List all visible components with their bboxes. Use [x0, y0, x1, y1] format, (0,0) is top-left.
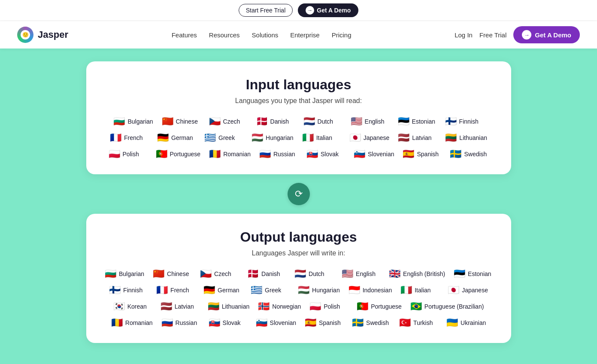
language-item: 🇷🇺Russian [161, 318, 200, 328]
language-name: Lithuanian [459, 134, 487, 141]
language-item: 🇨🇿Czech [209, 117, 248, 126]
flag-icon: 🇩🇪 [157, 133, 169, 143]
language-name: Latvian [175, 303, 194, 310]
language-item: 🇵🇱Polish [109, 149, 147, 159]
input-languages-grid: 🇧🇬Bulgarian🇨🇳Chinese🇨🇿Czech🇩🇰Danish🇳🇱Dut… [103, 117, 494, 159]
flag-icon: 🇨🇿 [200, 269, 212, 279]
flag-icon: 🇭🇺 [252, 133, 263, 143]
language-name: Swedish [464, 151, 487, 158]
flag-icon: 🇺🇸 [351, 117, 362, 126]
flag-icon: 🇸🇮 [256, 318, 267, 328]
language-item: 🇧🇷Portuguese (Brazilian) [410, 302, 484, 311]
nav-features[interactable]: Features [172, 31, 197, 39]
language-item: 🇮🇩Indonesian [349, 285, 392, 295]
language-name: Spanish [319, 319, 341, 326]
language-name: Slovak [321, 151, 339, 158]
flag-icon: 🇵🇹 [156, 149, 167, 159]
language-item: 🇫🇷French [156, 285, 195, 295]
nav-get-demo-button[interactable]: → Get A Demo [513, 26, 580, 43]
output-subtitle: Languages Jasper will write in: [103, 249, 494, 257]
flag-icon: 🇸🇰 [209, 318, 220, 328]
language-name: Estonian [412, 118, 435, 125]
navbar: 🙂 Jasper Features Resources Solutions En… [0, 21, 597, 49]
flag-icon: 🇮🇹 [400, 285, 412, 295]
promo-get-demo[interactable]: → Get A Demo [298, 3, 358, 17]
flag-icon: 🇧🇷 [410, 302, 422, 311]
language-item: 🇱🇻Latvian [161, 302, 199, 311]
language-item: 🇸🇪Swedish [352, 318, 391, 328]
language-item: 🇩🇰Danish [247, 269, 286, 279]
language-name: Russian [273, 151, 295, 158]
language-name: Polish [324, 303, 340, 310]
language-name: Swedish [366, 319, 389, 326]
language-item: 🇧🇬Bulgarian [105, 269, 144, 279]
nav-solutions[interactable]: Solutions [252, 31, 279, 39]
language-item: 🇨🇳Chinese [162, 117, 200, 126]
language-item: 🇳🇱Dutch [303, 117, 342, 126]
language-item: 🇧🇬Bulgarian [113, 117, 153, 126]
swap-button[interactable]: ⟳ [288, 183, 310, 205]
flag-icon: 🇳🇱 [303, 117, 315, 126]
language-name: French [124, 134, 143, 141]
language-item: 🇩🇰Danish [256, 117, 295, 126]
language-item: 🇱🇹Lithuanian [445, 133, 487, 143]
language-name: Polish [123, 151, 139, 158]
language-item: 🇪🇸Spanish [305, 318, 343, 328]
language-name: Chinese [176, 118, 198, 125]
language-item: 🇺🇸English [351, 117, 389, 126]
language-item: 🇷🇴Romanian [209, 149, 251, 159]
promo-start-trial[interactable]: Start Free Trial [239, 4, 293, 17]
main-content: Input languages Languages you type that … [0, 49, 597, 356]
flag-icon: 🇪🇪 [454, 269, 465, 279]
btn-arrow-icon: → [522, 30, 531, 39]
language-item: 🇫🇮Finnish [109, 285, 148, 295]
output-languages-card: Output languages Languages Jasper will w… [86, 214, 511, 343]
flag-icon: 🇳🇱 [294, 269, 306, 279]
output-title: Output languages [103, 229, 494, 245]
language-name: Spanish [417, 151, 439, 158]
language-name: Bulgarian [127, 118, 153, 125]
language-name: Portuguese [371, 303, 402, 310]
logo-smile-icon: 🙂 [22, 32, 29, 38]
flag-icon: 🇬🇷 [204, 133, 216, 143]
flag-icon: 🇧🇬 [113, 117, 125, 126]
flag-icon: 🇱🇹 [208, 302, 219, 311]
nav-free-trial[interactable]: Free Trial [479, 31, 506, 39]
language-name: English (British) [403, 270, 445, 277]
language-item: 🇫🇮Finnish [445, 117, 484, 126]
language-name: Chinese [167, 270, 189, 277]
language-name: Russian [176, 319, 197, 326]
language-name: Norwegian [272, 303, 301, 310]
nav-login[interactable]: Log In [455, 31, 473, 39]
language-name: Estonian [468, 270, 491, 277]
language-name: English [365, 118, 385, 125]
flag-icon: 🇸🇪 [352, 318, 364, 328]
language-item: 🇷🇺Russian [259, 149, 298, 159]
nav-enterprise[interactable]: Enterprise [290, 31, 319, 39]
logo[interactable]: 🙂 Jasper [17, 27, 68, 43]
flag-icon: 🇪🇸 [403, 149, 414, 159]
flag-icon: 🇷🇴 [111, 318, 123, 328]
flag-icon: 🇨🇳 [162, 117, 173, 126]
flag-icon: 🇱🇹 [445, 133, 457, 143]
flag-icon: 🇺🇦 [446, 318, 458, 328]
language-item: 🇳🇴Norwegian [258, 302, 301, 311]
language-name: Korean [127, 303, 147, 310]
language-name: Dutch [309, 270, 324, 277]
flag-icon: 🇧🇬 [105, 269, 116, 279]
flag-icon: 🇫🇷 [156, 285, 168, 295]
language-name: English [356, 270, 376, 277]
flag-icon: 🇩🇰 [256, 117, 268, 126]
language-name: Greek [265, 287, 281, 294]
language-name: Czech [214, 270, 231, 277]
flag-icon: 🇳🇴 [258, 302, 270, 311]
language-name: German [171, 134, 193, 141]
language-name: Portuguese (Brazilian) [424, 303, 484, 310]
language-name: Greek [218, 134, 235, 141]
input-title: Input languages [103, 77, 494, 93]
nav-pricing[interactable]: Pricing [332, 31, 352, 39]
language-item: 🇵🇱Polish [309, 302, 348, 311]
nav-resources[interactable]: Resources [209, 31, 240, 39]
flag-icon: 🇨🇿 [209, 117, 221, 126]
flag-icon: 🇺🇸 [342, 269, 353, 279]
